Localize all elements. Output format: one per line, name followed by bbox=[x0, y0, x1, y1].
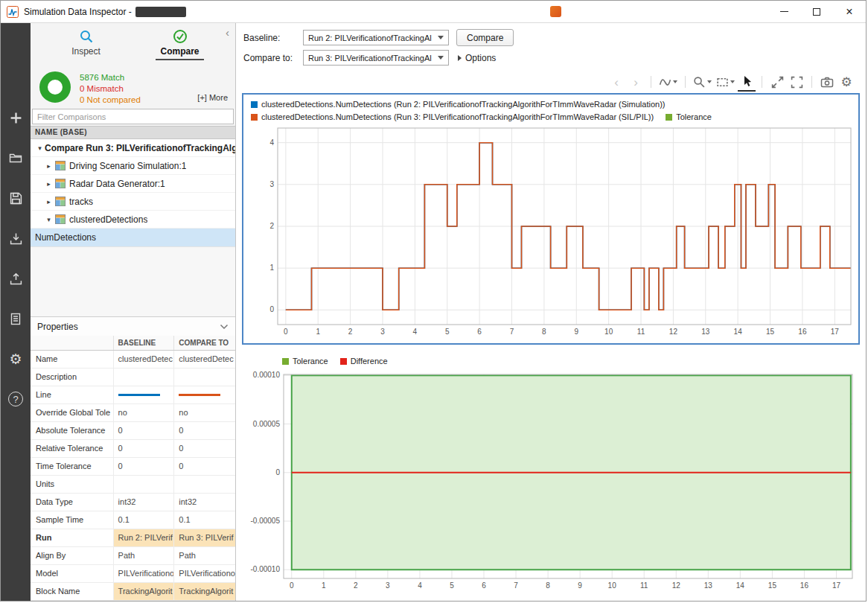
svg-text:7: 7 bbox=[514, 581, 518, 590]
matlab-badge-icon bbox=[550, 6, 561, 17]
match-donut-chart bbox=[39, 71, 71, 103]
options-expander[interactable]: Options bbox=[458, 53, 496, 63]
tab-inspect-label: Inspect bbox=[71, 46, 100, 57]
main-area: Baseline: Run 2: PILVerificationofTracki… bbox=[236, 23, 866, 601]
property-label: Block Name bbox=[31, 583, 114, 600]
svg-text:10: 10 bbox=[608, 581, 617, 590]
compare-line-swatch bbox=[179, 394, 220, 396]
save-button[interactable] bbox=[1, 178, 31, 218]
svg-text:11: 11 bbox=[637, 328, 645, 336]
import-button[interactable] bbox=[1, 218, 31, 258]
svg-text:4: 4 bbox=[269, 138, 274, 147]
property-row: Data Typeint32int32 bbox=[31, 494, 235, 511]
tree-item[interactable]: ▾clusteredDetections bbox=[31, 211, 235, 229]
svg-text:14: 14 bbox=[736, 581, 745, 590]
signal-trace-menu-button[interactable] bbox=[657, 72, 679, 92]
comparison-plot[interactable]: 0123456789101112131415161701234 bbox=[243, 124, 858, 339]
column-header-baseline: BASELINE bbox=[114, 336, 175, 350]
preferences-button[interactable]: ⚙ bbox=[1, 339, 31, 379]
compare-setup-bar: Baseline: Run 2: PILVerificationofTracki… bbox=[236, 23, 866, 71]
more-link[interactable]: [+] More bbox=[197, 93, 228, 102]
minimize-button[interactable] bbox=[768, 1, 800, 23]
comparison-chart-container[interactable]: clusteredDetections.NumDetections (Run 2… bbox=[242, 93, 860, 345]
marquee-rect-icon bbox=[716, 76, 729, 89]
plot-settings-button[interactable]: ⚙ bbox=[837, 72, 855, 92]
expander-closed-icon[interactable]: ▸ bbox=[44, 180, 54, 188]
property-value-compare bbox=[174, 476, 235, 493]
zoom-icon bbox=[693, 76, 706, 89]
svg-text:0.00010: 0.00010 bbox=[253, 371, 281, 379]
difference-plot[interactable]: 012345678910111213141516170.000100.00005… bbox=[242, 370, 860, 593]
tab-compare[interactable]: Compare bbox=[154, 29, 206, 66]
property-row: RunRun 2: PILVerifRun 3: PILVerif bbox=[31, 529, 235, 547]
export-icon bbox=[10, 272, 22, 285]
pointer-tool-button[interactable] bbox=[738, 72, 756, 92]
expander-closed-icon[interactable]: ▸ bbox=[44, 162, 54, 170]
expander-open-icon[interactable]: ▾ bbox=[44, 216, 54, 223]
baseline-run-value: Run 2: PILVerificationofTrackingAl bbox=[308, 34, 435, 42]
property-value-compare bbox=[174, 386, 235, 403]
close-button[interactable]: × bbox=[833, 1, 866, 23]
property-value-baseline: 0 bbox=[114, 440, 175, 457]
chart2-legend: ToleranceDifference bbox=[275, 354, 860, 368]
svg-text:0: 0 bbox=[284, 328, 288, 336]
svg-text:17: 17 bbox=[831, 328, 840, 336]
search-icon bbox=[79, 29, 94, 44]
svg-text:0: 0 bbox=[275, 468, 280, 476]
collapse-panel-icon[interactable]: ‹ bbox=[226, 28, 229, 38]
expander-closed-icon[interactable]: ▸ bbox=[44, 198, 54, 205]
fullscreen-button[interactable] bbox=[788, 72, 805, 92]
tree-item-signal[interactable]: NumDetections bbox=[31, 229, 235, 246]
baseline-line-swatch bbox=[118, 394, 160, 396]
panel-tabs: Inspect Compare ‹ bbox=[31, 23, 235, 66]
property-value-baseline: Run 2: PILVerif bbox=[114, 529, 175, 546]
filter-comparisons-input[interactable] bbox=[32, 109, 234, 124]
tree-item[interactable]: ▸tracks bbox=[31, 193, 235, 211]
compare-to-label: Compare to: bbox=[243, 53, 303, 63]
svg-text:16: 16 bbox=[798, 328, 807, 336]
report-button[interactable] bbox=[1, 299, 31, 339]
property-value-compare: clusteredDetec bbox=[174, 351, 235, 368]
compare-to-run-dropdown[interactable]: Run 3: PILVerificationofTrackingAl bbox=[303, 50, 449, 66]
property-value-compare: TrackingAlgorit bbox=[174, 583, 235, 600]
help-button[interactable]: ? bbox=[1, 379, 31, 419]
properties-column-headers: BASELINE COMPARE TO bbox=[31, 336, 235, 351]
property-row: Time Tolerance00 bbox=[31, 458, 235, 476]
tree-item[interactable]: ▾Compare Run 3: PILVerificationofTrackin… bbox=[31, 139, 235, 157]
new-button[interactable] bbox=[1, 98, 31, 138]
property-value-compare: 0 bbox=[174, 422, 235, 439]
property-label: Description bbox=[31, 368, 114, 386]
svg-text:0.00005: 0.00005 bbox=[253, 420, 281, 428]
help-icon: ? bbox=[8, 392, 23, 406]
report-icon bbox=[10, 313, 22, 325]
tab-inspect[interactable]: Inspect bbox=[60, 29, 112, 66]
gear-icon: ⚙ bbox=[840, 74, 852, 90]
property-row: Align ByPathPath bbox=[31, 547, 235, 565]
legend-swatch bbox=[251, 101, 258, 108]
signal-group-icon bbox=[55, 161, 66, 170]
history-forward-button[interactable]: › bbox=[627, 72, 645, 92]
zoom-menu-button[interactable] bbox=[692, 72, 713, 92]
property-value-baseline: Path bbox=[114, 547, 175, 564]
legend-swatch bbox=[251, 114, 258, 121]
open-button[interactable] bbox=[1, 138, 31, 178]
export-button[interactable] bbox=[1, 258, 31, 299]
expander-open-icon[interactable]: ▾ bbox=[35, 144, 45, 152]
property-value-baseline: 0 bbox=[114, 422, 175, 439]
legend-item: clusteredDetections.NumDetections (Run 3… bbox=[251, 111, 654, 124]
history-back-button[interactable]: ‹ bbox=[607, 72, 625, 92]
compare-button[interactable]: Compare bbox=[456, 29, 514, 46]
baseline-run-dropdown[interactable]: Run 2: PILVerificationofTrackingAl bbox=[303, 30, 449, 45]
maximize-button[interactable] bbox=[800, 1, 833, 23]
tree-item[interactable]: ▸Driving Scenario Simulation:1 bbox=[31, 157, 235, 175]
property-label: Override Global Tole bbox=[31, 404, 114, 421]
tree-item[interactable]: ▸Radar Data Generator:1 bbox=[31, 175, 235, 193]
snapshot-button[interactable] bbox=[818, 72, 836, 92]
property-value-baseline bbox=[114, 476, 175, 493]
fit-to-view-button[interactable] bbox=[768, 72, 786, 92]
region-zoom-menu-button[interactable] bbox=[715, 72, 736, 92]
svg-text:2: 2 bbox=[348, 328, 353, 336]
property-value-compare: Path bbox=[174, 547, 235, 564]
difference-chart-container[interactable]: 012345678910111213141516170.000100.00005… bbox=[242, 370, 860, 596]
chevron-down-icon[interactable] bbox=[220, 324, 229, 330]
